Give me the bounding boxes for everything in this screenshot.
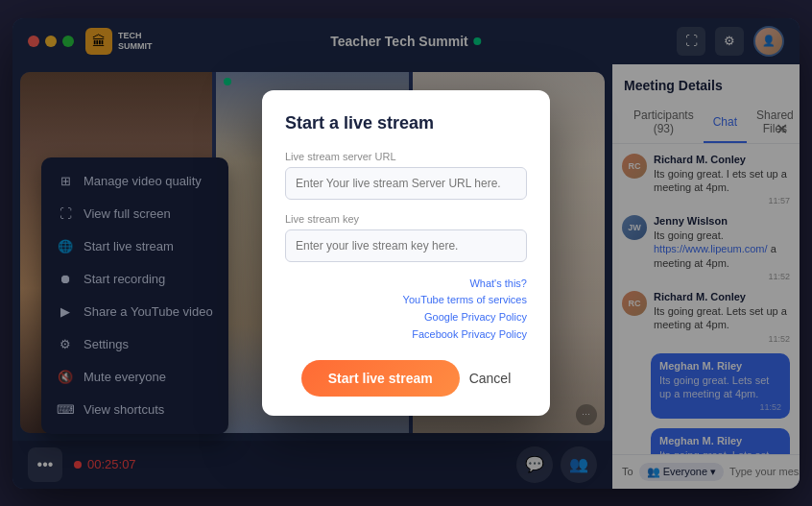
modal-links: What's this? YouTube terms of services G…: [285, 276, 527, 343]
facebook-privacy-link[interactable]: Facebook Privacy Policy: [285, 326, 527, 344]
whats-this-link[interactable]: What's this?: [285, 276, 527, 293]
url-input[interactable]: [285, 167, 527, 200]
modal-overlay: Start a live stream Live stream server U…: [12, 64, 800, 489]
main-window: 🏛 TECH SUMMIT Teacher Tech Summit ⛶ ⚙ 👤 …: [12, 18, 800, 489]
youtube-terms-link[interactable]: YouTube terms of services: [285, 292, 527, 309]
key-input[interactable]: [285, 229, 527, 262]
start-live-stream-button[interactable]: Start live stream: [301, 360, 460, 397]
main-content: 🔇 ⋯ ⊞ Manage video quality ⛶ View full s…: [12, 64, 800, 489]
key-label: Live stream key: [285, 213, 527, 225]
modal-footer: Start live stream Cancel: [285, 360, 527, 397]
google-privacy-link[interactable]: Google Privacy Policy: [285, 309, 527, 326]
live-stream-modal: Start a live stream Live stream server U…: [262, 90, 550, 416]
url-label: Live stream server URL: [285, 151, 527, 162]
cancel-button[interactable]: Cancel: [469, 371, 512, 386]
modal-title: Start a live stream: [285, 113, 527, 133]
